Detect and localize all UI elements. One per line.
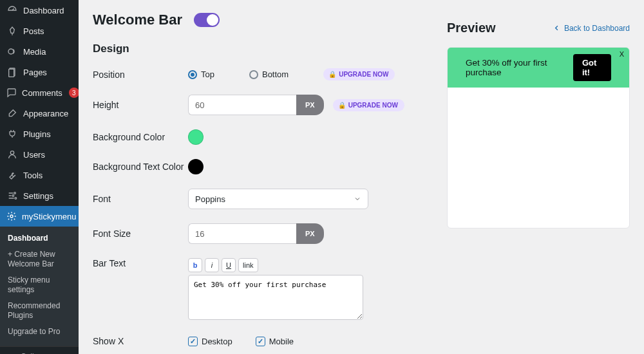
bar-text-input[interactable] (188, 275, 363, 320)
svg-point-4 (14, 192, 16, 194)
back-to-dashboard-link[interactable]: Back to Dashboard (553, 24, 630, 33)
font-select-value: Poppins (195, 194, 225, 204)
submenu-create-new[interactable]: + Create New Welcome Bar (0, 247, 79, 272)
sidebar-item-label: Users (23, 150, 45, 160)
sidebar-item-label: Pages (23, 68, 47, 77)
user-icon (6, 149, 18, 160)
showx-mobile-checkbox[interactable]: ✓Mobile (256, 337, 294, 346)
sidebar-item-comments[interactable]: Comments 3 (0, 82, 79, 103)
height-unit: PX (296, 95, 324, 115)
height-input[interactable] (188, 95, 296, 115)
upgrade-pill-position[interactable]: 🔒UPGRADE NOW (323, 68, 395, 80)
sidebar-item-label: Comments (22, 88, 62, 98)
bg-text-color-label: Background Text Color (93, 162, 188, 172)
submenu-sticky-settings[interactable]: Sticky menu settings (0, 272, 79, 298)
bg-color-swatch[interactable] (188, 129, 204, 145)
height-label: Height (93, 100, 188, 110)
sidebar-submenu: Dashboard + Create New Welcome Bar Stick… (0, 227, 79, 346)
font-size-label: Font Size (93, 228, 188, 239)
page-title: Welcome Bar (93, 12, 182, 28)
brush-icon (6, 107, 18, 119)
font-size-input[interactable] (188, 223, 296, 244)
sidebar-item-label: myStickymenu (22, 212, 77, 221)
sidebar-item-settings[interactable]: Settings (0, 185, 79, 206)
sidebar-item-label: Dashboard (23, 6, 64, 15)
chevron-down-icon (354, 195, 361, 203)
svg-point-3 (10, 151, 14, 154)
media-icon (6, 46, 18, 57)
position-top-radio[interactable]: Top (188, 70, 214, 79)
pin-icon (6, 25, 18, 37)
showx-desktop-checkbox[interactable]: ✓Desktop (188, 337, 232, 346)
admin-sidebar: Dashboard Posts Media Pages Comments 3 A… (0, 0, 79, 354)
main-content: Welcome Bar Design Position Top Bottom 🔒… (79, 0, 644, 354)
position-label: Position (93, 70, 188, 80)
page-icon (6, 66, 18, 78)
font-size-unit: PX (296, 223, 324, 244)
bg-text-color-swatch[interactable] (188, 159, 204, 174)
font-label: Font (93, 194, 188, 204)
position-bottom-radio[interactable]: Bottom (249, 70, 289, 79)
plug-icon (6, 128, 18, 140)
sidebar-item-label: Tools (23, 171, 43, 180)
link-button[interactable]: link (238, 258, 258, 272)
underline-button[interactable]: U (222, 258, 236, 272)
sidebar-item-pages[interactable]: Pages (0, 62, 79, 82)
preview-frame: Get 30% off your first purchase Got it! … (447, 47, 630, 228)
submenu-dashboard[interactable]: Dashboard (0, 230, 79, 247)
gauge-icon (6, 5, 18, 16)
sidebar-item-tools[interactable]: Tools (0, 165, 79, 185)
bar-text-label: Bar Text (93, 258, 188, 268)
sidebar-item-media[interactable]: Media (0, 41, 79, 62)
bg-color-label: Background Color (93, 132, 188, 142)
sidebar-item-mystickymenu[interactable]: myStickymenu (0, 206, 79, 227)
wrench-icon (6, 169, 18, 181)
sliders-icon (6, 190, 18, 201)
sidebar-item-dashboard[interactable]: Dashboard (0, 0, 79, 21)
svg-point-7 (10, 215, 13, 218)
preview-bar-text: Get 30% off your first purchase (466, 58, 563, 77)
italic-button[interactable]: i (205, 258, 219, 272)
comments-count-badge: 3 (69, 88, 79, 98)
font-select[interactable]: Poppins (188, 189, 368, 209)
svg-point-6 (15, 198, 17, 200)
comment-icon (6, 87, 17, 98)
upgrade-pill-height[interactable]: 🔒UPGRADE NOW (333, 99, 404, 111)
sidebar-item-plugins[interactable]: Plugins (0, 124, 79, 144)
svg-rect-2 (9, 69, 14, 77)
lock-icon: 🔒 (328, 71, 336, 78)
welcome-bar-preview: Get 30% off your first purchase Got it! … (448, 48, 629, 88)
chevron-left-icon (553, 24, 560, 32)
svg-point-0 (8, 49, 14, 54)
sidebar-item-label: Appearance (23, 109, 68, 118)
sidebar-item-users[interactable]: Users (0, 144, 79, 165)
sidebar-item-appearance[interactable]: Appearance (0, 103, 79, 124)
svg-point-5 (12, 195, 14, 197)
sidebar-item-label: Posts (23, 26, 44, 36)
lock-icon: 🔒 (338, 102, 346, 109)
preview-cta-button[interactable]: Got it! (573, 54, 611, 81)
design-section-title: Design (93, 42, 435, 55)
preview-title: Preview (447, 21, 496, 35)
sidebar-item-label: Plugins (23, 129, 51, 139)
showx-label: Show X (93, 336, 188, 346)
gear-icon (6, 210, 17, 222)
submenu-upgrade[interactable]: Upgrade to Pro (0, 324, 79, 340)
bold-button[interactable]: b (188, 258, 202, 272)
sidebar-item-label: Settings (23, 191, 53, 201)
welcome-bar-toggle[interactable] (194, 13, 220, 27)
sidebar-item-posts[interactable]: Posts (0, 21, 79, 41)
preview-close-button[interactable]: X (620, 50, 624, 58)
collapse-menu-button[interactable]: Collapse menu (0, 346, 79, 354)
sidebar-item-label: Media (23, 47, 46, 57)
submenu-recommended[interactable]: Recommended Plugins (0, 298, 79, 324)
